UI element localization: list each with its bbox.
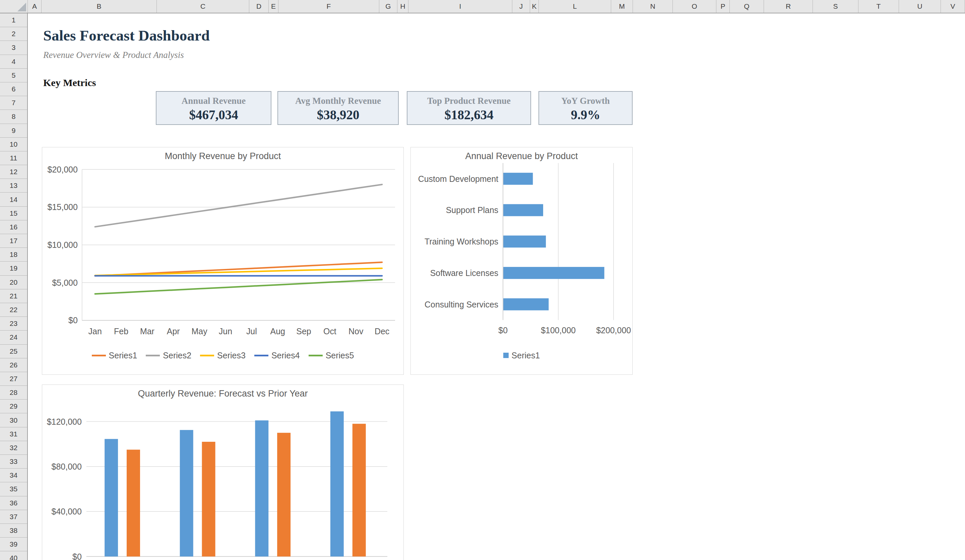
annual-revenue-bar-chart[interactable]: Annual Revenue by Product $0$100,000$200… (411, 147, 633, 375)
row-header-3[interactable]: 3 (0, 41, 27, 55)
metric-card-label: Top Product Revenue (407, 96, 530, 106)
svg-text:$0: $0 (498, 325, 508, 335)
row-header-16[interactable]: 16 (0, 220, 27, 234)
svg-text:$0: $0 (68, 315, 78, 325)
row-header-12[interactable]: 12 (0, 165, 27, 179)
svg-text:$100,000: $100,000 (541, 325, 576, 335)
row-header-24[interactable]: 24 (0, 331, 27, 344)
quarterly-revenue-bar-chart[interactable]: Quarterly Revenue: Forecast vs Prior Yea… (42, 384, 404, 560)
column-header-n[interactable]: N (633, 0, 673, 13)
column-header-h[interactable]: H (397, 0, 409, 13)
row-header-17[interactable]: 17 (0, 234, 27, 248)
metric-card-value: $182,634 (407, 108, 530, 122)
legend-label: Series5 (325, 351, 354, 361)
row-header-36[interactable]: 36 (0, 496, 27, 510)
metric-card-label: Avg Monthly Revenue (278, 96, 398, 106)
column-header-d[interactable]: D (249, 0, 269, 13)
metric-card-top-product-revenue: Top Product Revenue $182,634 (407, 91, 531, 125)
row-header-20[interactable]: 20 (0, 276, 27, 289)
row-header-26[interactable]: 26 (0, 358, 27, 372)
row-header-19[interactable]: 19 (0, 261, 27, 275)
row-header-25[interactable]: 25 (0, 344, 27, 358)
svg-text:Consulting Services: Consulting Services (425, 300, 498, 309)
column-header-j[interactable]: J (512, 0, 530, 13)
svg-text:$0: $0 (72, 552, 82, 560)
row-header-6[interactable]: 6 (0, 82, 27, 96)
row-header-29[interactable]: 29 (0, 400, 27, 413)
row-header-7[interactable]: 7 (0, 96, 27, 110)
svg-text:$40,000: $40,000 (52, 507, 82, 516)
row-header-14[interactable]: 14 (0, 193, 27, 206)
svg-text:$80,000: $80,000 (52, 462, 82, 471)
metric-card-value: 9.9% (539, 108, 632, 122)
legend-item: Series1 (92, 351, 137, 361)
row-header-9[interactable]: 9 (0, 124, 27, 138)
dashboard-title: Sales Forecast Dashboard (43, 28, 210, 43)
row-header-15[interactable]: 15 (0, 207, 27, 220)
select-all-button[interactable] (0, 0, 28, 13)
row-header-33[interactable]: 33 (0, 455, 27, 469)
svg-text:$20,000: $20,000 (47, 165, 78, 174)
row-header-18[interactable]: 18 (0, 248, 27, 261)
row-header-27[interactable]: 27 (0, 372, 27, 386)
svg-text:Feb: Feb (114, 327, 128, 336)
column-header-g[interactable]: G (379, 0, 397, 13)
column-header-p[interactable]: P (716, 0, 730, 13)
column-header-a[interactable]: A (28, 0, 41, 13)
svg-text:$120,000: $120,000 (47, 417, 82, 426)
row-header-31[interactable]: 31 (0, 427, 27, 441)
column-header-e[interactable]: E (269, 0, 278, 13)
row-header-32[interactable]: 32 (0, 441, 27, 455)
chart-legend: Series1 (411, 350, 632, 361)
row-header-30[interactable]: 30 (0, 413, 27, 427)
legend-label: Series2 (163, 351, 191, 361)
column-header-m[interactable]: M (611, 0, 633, 13)
row-header-38[interactable]: 38 (0, 524, 27, 537)
chart-plot-area: $0$40,000$80,000$120,000 (42, 385, 404, 560)
metric-card-value: $467,034 (157, 108, 271, 122)
svg-text:Oct: Oct (323, 327, 336, 336)
column-header-t[interactable]: T (859, 0, 899, 13)
monthly-revenue-line-chart[interactable]: Monthly Revenue by Product $0$5,000$10,0… (42, 147, 404, 375)
column-header-r[interactable]: R (764, 0, 813, 13)
column-header-b[interactable]: B (41, 0, 157, 13)
row-header-40[interactable]: 40 (0, 551, 27, 560)
row-header-8[interactable]: 8 (0, 110, 27, 124)
column-header-u[interactable]: U (899, 0, 941, 13)
legend-item: Series3 (200, 351, 245, 361)
spreadsheet-view: { "grid": { "columns": ["A","B","C","D",… (0, 0, 965, 560)
column-header-l[interactable]: L (539, 0, 611, 13)
legend-item: Series4 (254, 351, 300, 361)
row-header-2[interactable]: 2 (0, 27, 27, 41)
svg-text:Dec: Dec (375, 327, 389, 336)
row-header-13[interactable]: 13 (0, 179, 27, 193)
column-header-i[interactable]: I (409, 0, 512, 13)
chart-title: Annual Revenue by Product (411, 151, 632, 162)
column-header-o[interactable]: O (673, 0, 716, 13)
row-header-1[interactable]: 1 (0, 13, 27, 27)
column-header-q[interactable]: Q (730, 0, 764, 13)
row-header-11[interactable]: 11 (0, 152, 27, 165)
column-header-v[interactable]: V (941, 0, 965, 13)
metric-card-value: $38,920 (278, 108, 398, 122)
row-header-34[interactable]: 34 (0, 469, 27, 482)
column-header-c[interactable]: C (157, 0, 249, 13)
column-header-f[interactable]: F (278, 0, 379, 13)
row-header-28[interactable]: 28 (0, 386, 27, 400)
column-header-s[interactable]: S (813, 0, 859, 13)
legend-swatch-icon (146, 355, 160, 356)
row-header-22[interactable]: 22 (0, 303, 27, 317)
row-header-35[interactable]: 35 (0, 482, 27, 496)
column-header-k[interactable]: K (530, 0, 539, 13)
row-header-5[interactable]: 5 (0, 69, 27, 82)
row-header-21[interactable]: 21 (0, 289, 27, 303)
row-header-4[interactable]: 4 (0, 55, 27, 69)
legend-label: Series1 (109, 351, 137, 361)
row-headers: 1234567891011121314151617181920212223242… (0, 13, 28, 560)
row-header-23[interactable]: 23 (0, 317, 27, 331)
row-header-39[interactable]: 39 (0, 537, 27, 551)
row-header-10[interactable]: 10 (0, 138, 27, 152)
svg-text:Custom Development: Custom Development (418, 174, 499, 184)
legend-swatch-icon (92, 355, 106, 356)
row-header-37[interactable]: 37 (0, 510, 27, 524)
